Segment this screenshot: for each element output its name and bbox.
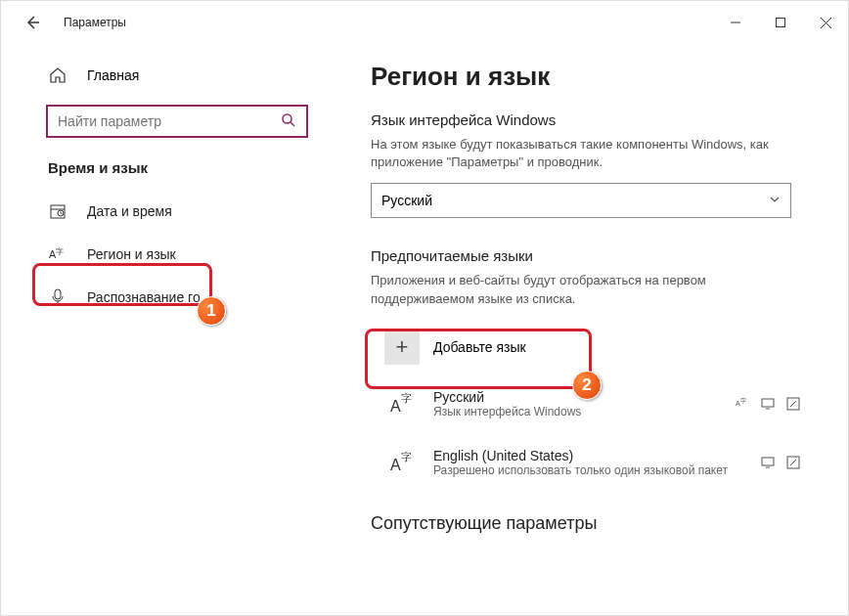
search-field[interactable] <box>58 113 281 129</box>
main-content: Регион и язык Язык интерфейса Windows На… <box>341 44 848 615</box>
search-icon <box>281 112 298 130</box>
svg-text:A: A <box>390 398 401 415</box>
svg-rect-1 <box>777 19 785 27</box>
language-item-english[interactable]: A字 English (United States) Разрешено исп… <box>371 433 801 492</box>
annotation-badge-1: 1 <box>197 296 226 326</box>
home-nav[interactable]: Главная <box>1 56 341 95</box>
preferred-langs-title: Предпочитаемые языки <box>371 247 819 264</box>
add-language-button[interactable]: + Добавьте язык <box>371 320 576 374</box>
language-sub: Разрешено использовать только один языко… <box>433 463 760 477</box>
window-title: Параметры <box>64 16 126 29</box>
minimize-button[interactable] <box>713 1 758 44</box>
language-feature-icons <box>760 455 801 470</box>
home-label: Главная <box>87 67 139 83</box>
calendar-icon <box>48 201 67 221</box>
page-title: Регион и язык <box>371 62 819 92</box>
interface-lang-dropdown[interactable]: Русский <box>371 183 791 218</box>
language-feature-icons: A字 <box>735 396 801 412</box>
maximize-button[interactable] <box>758 1 803 44</box>
svg-text:A: A <box>390 457 401 473</box>
home-icon <box>48 66 67 85</box>
microphone-icon <box>48 287 67 307</box>
chevron-down-icon <box>769 192 781 209</box>
add-language-label: Добавьте язык <box>433 339 526 355</box>
sidebar-item-label: Распознавание го <box>87 289 201 305</box>
sidebar-item-region-language[interactable]: A字 Регион и язык <box>1 233 341 276</box>
svg-rect-24 <box>762 458 774 465</box>
language-sub: Язык интерфейса Windows <box>433 405 735 418</box>
dropdown-selected: Русский <box>381 193 769 208</box>
svg-line-10 <box>61 213 63 214</box>
close-button[interactable] <box>803 1 848 44</box>
svg-text:字: 字 <box>401 451 412 462</box>
text-to-speech-icon: A字 <box>735 396 750 412</box>
search-input[interactable] <box>46 105 308 138</box>
language-name: English (United States) <box>433 448 760 463</box>
svg-text:字: 字 <box>740 397 746 404</box>
interface-lang-title: Язык интерфейса Windows <box>371 111 819 128</box>
sidebar-item-label: Регион и язык <box>87 246 176 262</box>
interface-lang-desc: На этом языке будут показываться такие к… <box>371 136 782 171</box>
svg-line-5 <box>290 122 294 126</box>
preferred-langs-desc: Приложения и веб-сайты будут отображатьс… <box>371 272 782 307</box>
sidebar-item-speech[interactable]: Распознавание го <box>1 276 341 319</box>
language-glyph-icon: A字 <box>384 386 420 421</box>
related-settings-heading: Сопутствующие параметры <box>371 513 819 534</box>
annotation-badge-2: 2 <box>572 371 602 400</box>
language-glyph-icon: A字 <box>384 445 420 480</box>
handwriting-icon <box>785 455 801 470</box>
display-icon <box>760 396 776 412</box>
back-button[interactable] <box>19 9 46 36</box>
plus-icon: + <box>384 330 420 365</box>
sidebar-item-datetime[interactable]: Дата и время <box>1 190 341 233</box>
sidebar: Главная Время и язык Дата и время A字 Рег… <box>1 44 341 615</box>
display-icon <box>760 455 776 470</box>
language-icon: A字 <box>48 244 67 264</box>
sidebar-item-label: Дата и время <box>87 203 172 219</box>
svg-rect-19 <box>762 399 774 407</box>
svg-text:字: 字 <box>56 247 64 256</box>
svg-rect-13 <box>55 289 61 299</box>
svg-text:字: 字 <box>401 392 412 404</box>
handwriting-icon <box>785 396 801 412</box>
window-controls <box>713 1 848 44</box>
svg-point-4 <box>283 114 291 123</box>
sidebar-section-title: Время и язык <box>1 144 341 190</box>
titlebar: Параметры <box>1 1 848 44</box>
